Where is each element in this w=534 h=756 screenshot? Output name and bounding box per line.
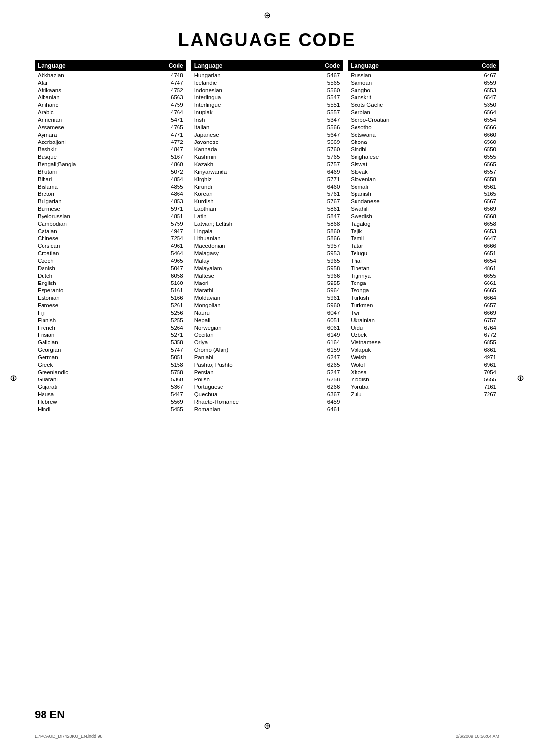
- code-cell: 6666: [472, 242, 499, 249]
- lang-cell: Quechua: [191, 390, 316, 398]
- table-row: Zulu7267: [348, 390, 499, 398]
- lang-cell: Occitan: [191, 331, 316, 338]
- table-row: Portuguese6266: [191, 383, 343, 390]
- code-cell: 6051: [315, 316, 343, 324]
- table-row: Rhaeto-Romance6459: [191, 398, 343, 405]
- table-row: Thai6654: [348, 257, 499, 264]
- table-row: Telugu6651: [348, 249, 499, 257]
- code-cell: 4947: [159, 227, 186, 235]
- lang-cell: Bihari: [35, 175, 159, 183]
- table-row: Yiddish5655: [348, 376, 499, 383]
- table-row: Somali6561: [348, 183, 499, 190]
- code-cell: 5358: [159, 338, 186, 346]
- code-cell: 5464: [159, 249, 186, 257]
- table-row: Hebrew5569: [35, 398, 186, 405]
- lang-cell: Italian: [191, 123, 316, 131]
- lang-cell: Frisian: [35, 331, 159, 338]
- code-cell: 7267: [472, 390, 499, 398]
- code-cell: 4965: [159, 257, 186, 264]
- code-cell: 5551: [315, 101, 343, 108]
- lang-cell: Tatar: [348, 242, 472, 249]
- code-cell: 6651: [472, 249, 499, 257]
- table-row: Gujarati5367: [35, 383, 186, 390]
- code-cell: 4748: [159, 71, 186, 79]
- code-cell: 6460: [315, 183, 343, 190]
- code-cell: 6569: [472, 205, 499, 212]
- page: ⊕ ⊕ ⊕ ⊕ LANGUAGE CODE Language Code Abkh…: [0, 0, 534, 756]
- reg-mark-bottom: ⊕: [264, 720, 271, 731]
- lang-cell: Portuguese: [191, 383, 316, 390]
- table-row: French5264: [35, 324, 186, 331]
- table-row: Galician5358: [35, 338, 186, 346]
- lang-cell: Kurdish: [191, 197, 316, 205]
- code-cell: 6564: [472, 108, 499, 116]
- table-row: Aymara4771: [35, 131, 186, 138]
- lang-cell: Scots Gaelic: [348, 101, 472, 108]
- table-row: Malayalam5958: [191, 264, 343, 272]
- lang-cell: Vietnamese: [348, 338, 472, 346]
- table-row: Irish5347: [191, 116, 343, 123]
- table-row: Esperanto5161: [35, 286, 186, 294]
- code-cell: 6961: [472, 361, 499, 368]
- code-cell: 7254: [159, 235, 186, 242]
- lang-cell: Yoruba: [348, 383, 472, 390]
- column-3: Language Code Russian6467Samoan6559Sangh…: [348, 60, 499, 413]
- code-cell: 6061: [315, 324, 343, 331]
- lang-cell: Hebrew: [35, 398, 159, 405]
- table-row: English5160: [35, 279, 186, 286]
- code-cell: 4759: [159, 101, 186, 108]
- code-cell: 6469: [315, 168, 343, 175]
- code-cell: 5160: [159, 279, 186, 286]
- code-cell: 5566: [315, 123, 343, 131]
- code-cell: 6855: [472, 338, 499, 346]
- table-row: Tagalog6658: [348, 220, 499, 227]
- lang-cell: Ukrainian: [348, 316, 472, 324]
- code-cell: 6665: [472, 286, 499, 294]
- table-row: Bislama4855: [35, 183, 186, 190]
- lang-cell: Bashkir: [35, 145, 159, 153]
- table-row: Panjabi6247: [191, 353, 343, 361]
- code-cell: 6563: [159, 94, 186, 101]
- lang-cell: Indonesian: [191, 86, 316, 94]
- lang-cell: Siswat: [348, 160, 472, 168]
- code-cell: 6560: [472, 138, 499, 145]
- footer-right: 2/6/2009 10:56:04 AM: [456, 734, 499, 739]
- table-row: Finnish5255: [35, 316, 186, 324]
- lang-cell: Moldavian: [191, 294, 316, 301]
- lang-cell: Slovenian: [348, 175, 472, 183]
- code-cell: 6655: [472, 272, 499, 279]
- code-cell: 6149: [315, 331, 343, 338]
- lang-cell: Korean: [191, 190, 316, 197]
- table-row: Sindhi6550: [348, 145, 499, 153]
- code-cell: 5759: [159, 220, 186, 227]
- table-row: Georgian5747: [35, 346, 186, 353]
- lang-cell: Kirundi: [191, 183, 316, 190]
- table-row: Xhosa7054: [348, 368, 499, 376]
- lang-cell: Turkish: [348, 294, 472, 301]
- lang-cell: Galician: [35, 338, 159, 346]
- corner-mark-br: [509, 716, 519, 726]
- table-row: Breton4864: [35, 190, 186, 197]
- code-cell: 5966: [315, 272, 343, 279]
- table-row: Guarani5360: [35, 376, 186, 383]
- table-row: Quechua6367: [191, 390, 343, 398]
- table-row: Sundanese6567: [348, 197, 499, 205]
- lang-cell: Hungarian: [191, 71, 316, 79]
- lang-cell: Slovak: [348, 168, 472, 175]
- code-cell: 5161: [159, 286, 186, 294]
- code-cell: 5765: [315, 153, 343, 160]
- table-row: Shona6560: [348, 138, 499, 145]
- page-title: LANGUAGE CODE: [35, 30, 499, 50]
- lang-cell: Romanian: [191, 405, 316, 413]
- table-row: Nepali6051: [191, 316, 343, 324]
- table-row: Hausa5447: [35, 390, 186, 398]
- lang-cell: Amharic: [35, 101, 159, 108]
- code-cell: 5447: [159, 390, 186, 398]
- table-row: Amharic4759: [35, 101, 186, 108]
- table-row: Croatian5464: [35, 249, 186, 257]
- code-cell: 4971: [472, 353, 499, 361]
- code-cell: 5569: [159, 398, 186, 405]
- table-row: Bashkir4847: [35, 145, 186, 153]
- lang-cell: Kannada: [191, 145, 316, 153]
- table-row: Icelandic5565: [191, 79, 343, 86]
